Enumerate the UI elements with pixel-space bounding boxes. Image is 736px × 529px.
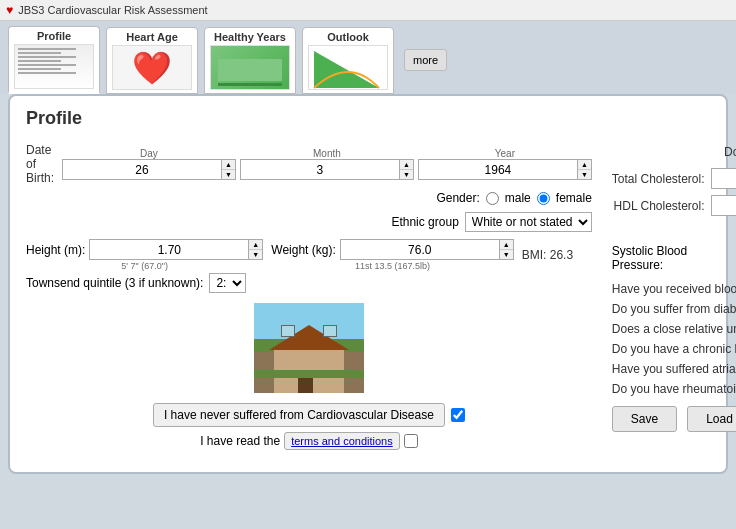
weight-spinner[interactable]: ▲ ▼	[340, 239, 514, 260]
nonhdl-row: NonHDL Cholesterol: 4.3	[612, 223, 736, 237]
terms-checkbox[interactable]	[404, 434, 418, 448]
terms-before-label: I have read the	[200, 434, 280, 448]
ethnic-select[interactable]: White or not stated Indian Pakistani Ban…	[465, 212, 592, 232]
house-photo	[254, 303, 364, 393]
dob-year-down[interactable]: ▼	[578, 170, 591, 179]
dob-month-input[interactable]	[241, 162, 399, 178]
weight-input[interactable]	[341, 242, 499, 258]
tab-profile[interactable]: Profile	[8, 26, 100, 94]
panel-title: Profile	[26, 108, 710, 129]
tab-healthy-years-thumb	[210, 45, 290, 90]
weight-down[interactable]: ▼	[500, 250, 513, 259]
tab-heart-age[interactable]: Heart Age ❤️	[106, 27, 198, 94]
check-row-diabetes: Do you suffer from diabetes?	[612, 302, 736, 316]
gender-female-label: female	[556, 191, 592, 205]
gender-female-radio[interactable]	[537, 192, 550, 205]
bmi-value: 26.3	[550, 248, 573, 262]
check-row-bp: Have you received blood pressure treatme…	[612, 282, 736, 296]
check-diabetes-label: Do you suffer from diabetes?	[612, 302, 736, 316]
weight-up[interactable]: ▲	[500, 240, 513, 250]
townsend-row: Townsend quintile (3 if unknown): 1: 2: …	[26, 273, 592, 293]
check-row-cvd-relative: Does a close relative under 60 suffer fr…	[612, 322, 736, 336]
dob-day-up[interactable]: ▲	[222, 160, 235, 170]
terms-row: I have read the terms and conditions	[26, 432, 592, 450]
dob-year-input[interactable]	[419, 162, 577, 178]
app-title: JBS3 Cardiovascular Risk Assessment	[18, 4, 208, 16]
tab-profile-label: Profile	[37, 30, 71, 42]
bottom-buttons: Save Load Next	[612, 406, 736, 432]
day-header: Day	[140, 148, 158, 159]
height-down[interactable]: ▼	[249, 250, 262, 259]
dob-group: Date of Birth: Day ▲ ▼ Month	[26, 143, 592, 185]
height-up[interactable]: ▲	[249, 240, 262, 250]
total-chol-row: Total Cholesterol: ▲ ▼	[612, 168, 736, 189]
hdl-chol-spinner[interactable]: ▲ ▼	[711, 195, 736, 216]
townsend-label: Townsend quintile (3 if unknown):	[26, 276, 203, 290]
ethnic-row: Ethnic group White or not stated Indian …	[26, 212, 592, 232]
tab-heart-age-thumb: ❤️	[112, 45, 192, 90]
sbp-label: Systolic Blood Pressure:	[612, 244, 734, 272]
gender-male-label: male	[505, 191, 531, 205]
dob-month-down[interactable]: ▼	[400, 170, 413, 179]
main-panel: Profile Date of Birth: Day ▲ ▼	[8, 94, 728, 474]
dob-month-up[interactable]: ▲	[400, 160, 413, 170]
title-bar: ♥ JBS3 Cardiovascular Risk Assessment	[0, 0, 736, 21]
save-button[interactable]: Save	[612, 406, 677, 432]
check-afib-label: Have you suffered atrial fibrillation?	[612, 362, 736, 376]
load-button[interactable]: Load	[687, 406, 736, 432]
check-kidney-label: Do you have a chronic kidney disease?	[612, 342, 736, 356]
dob-day-down[interactable]: ▼	[222, 170, 235, 179]
dob-year-spinner[interactable]: ▲ ▼	[418, 159, 592, 180]
terms-link-button[interactable]: terms and conditions	[284, 432, 400, 450]
app-icon: ♥	[6, 3, 13, 17]
tab-profile-thumb	[14, 44, 94, 89]
hdl-chol-input[interactable]	[712, 198, 736, 214]
tab-heart-age-label: Heart Age	[126, 31, 178, 43]
dob-label: Date of Birth:	[26, 143, 54, 185]
townsend-select[interactable]: 1: 2: 3: 4: 5:	[209, 273, 246, 293]
left-column: Date of Birth: Day ▲ ▼ Month	[26, 143, 592, 450]
cvd-checkbox[interactable]	[451, 408, 465, 422]
ethnic-label: Ethnic group	[391, 215, 458, 229]
height-input[interactable]	[90, 242, 248, 258]
weight-label: Weight (kg):	[271, 243, 335, 257]
tab-outlook-label: Outlook	[327, 31, 369, 43]
tabs-area: Profile Heart Age ❤️ Healthy Years	[0, 21, 736, 94]
total-chol-label: Total Cholesterol:	[612, 172, 705, 186]
total-chol-input[interactable]	[712, 171, 736, 187]
check-row-kidney: Do you have a chronic kidney disease?	[612, 342, 736, 356]
gender-male-radio[interactable]	[486, 192, 499, 205]
dob-month-spinner[interactable]: ▲ ▼	[240, 159, 414, 180]
check-rows: Have you received blood pressure treatme…	[612, 282, 736, 396]
dob-day-spinner[interactable]: ▲ ▼	[62, 159, 236, 180]
smoke-row: Do you smoke? Non-smoker Ex-smoker I smo…	[612, 143, 736, 161]
dob-day-input[interactable]	[63, 162, 221, 178]
height-label: Height (m):	[26, 243, 85, 257]
dob-year-up[interactable]: ▲	[578, 160, 591, 170]
tab-healthy-years-label: Healthy Years	[214, 31, 286, 43]
hdl-chol-label: HDL Cholesterol:	[612, 199, 705, 213]
more-button[interactable]: more	[404, 49, 447, 71]
tab-outlook[interactable]: Outlook	[302, 27, 394, 94]
gender-label: Gender:	[436, 191, 479, 205]
check-row-afib: Have you suffered atrial fibrillation?	[612, 362, 736, 376]
bmi-label: BMI: 26.3	[522, 248, 573, 262]
check-cvd-relative-label: Does a close relative under 60 suffer fr…	[612, 322, 736, 336]
smoke-label: Do you smoke?	[612, 145, 736, 159]
tab-outlook-thumb	[308, 45, 388, 90]
check-row-arthritis: Do you have rheumatoid arthritis?	[612, 382, 736, 396]
weight-sub: 11st 13.5 (167.5lb)	[355, 261, 430, 271]
tab-healthy-years[interactable]: Healthy Years	[204, 27, 296, 94]
cvd-row: I have never suffered from Cardiovascula…	[26, 403, 592, 427]
total-chol-spinner[interactable]: ▲ ▼	[711, 168, 736, 189]
sbp-row: Systolic Blood Pressure: ▲ ▼ mm Hg	[612, 244, 736, 272]
month-header: Month	[313, 148, 341, 159]
check-bp-label: Have you received blood pressure treatme…	[612, 282, 736, 296]
height-weight-row: Height (m): ▲ ▼ 5' 7" (67.0") Weigh	[26, 239, 592, 271]
check-arthritis-label: Do you have rheumatoid arthritis?	[612, 382, 736, 396]
height-spinner[interactable]: ▲ ▼	[89, 239, 263, 260]
cvd-button[interactable]: I have never suffered from Cardiovascula…	[153, 403, 445, 427]
gender-row: Gender: male female	[26, 191, 592, 205]
right-column: Do you smoke? Non-smoker Ex-smoker I smo…	[612, 143, 736, 450]
height-sub: 5' 7" (67.0")	[121, 261, 168, 271]
